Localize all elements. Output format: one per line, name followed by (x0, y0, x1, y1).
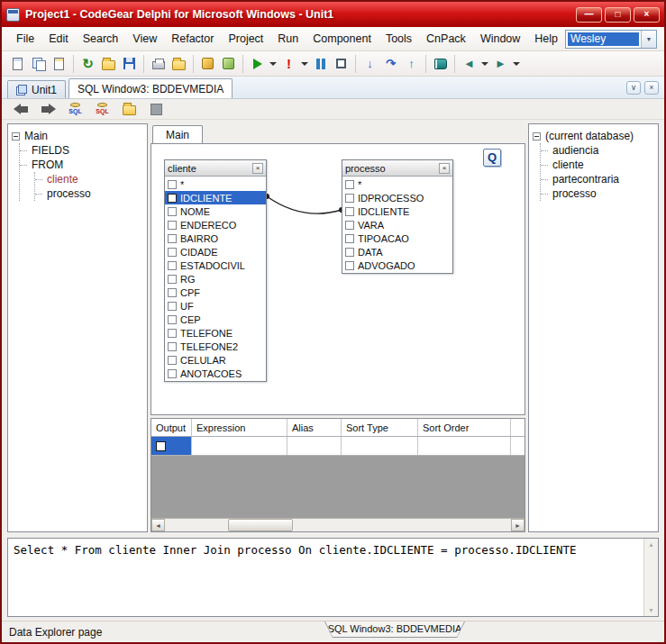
field-checkbox[interactable] (345, 248, 354, 257)
collapse-icon[interactable] (12, 132, 20, 141)
folder-open-button[interactable] (169, 54, 189, 74)
tree-node-cliente[interactable]: cliente (541, 158, 654, 172)
table-close-icon[interactable]: × (439, 163, 450, 174)
menu-refactor[interactable]: Refactor (164, 30, 221, 48)
field-row-telefone2[interactable]: TELEFONE2 (165, 340, 266, 353)
field-checkbox[interactable] (168, 221, 177, 230)
tree-node-processo[interactable]: processo (35, 186, 143, 201)
build-button[interactable] (197, 54, 218, 74)
maximize-icon[interactable]: □ (605, 7, 631, 23)
scrollbar-track[interactable] (165, 519, 511, 531)
table-close-icon[interactable]: × (252, 163, 263, 174)
field-checkbox[interactable] (345, 234, 354, 243)
field-row-bairro[interactable]: BAIRRO (165, 231, 266, 245)
tree-node-current-database[interactable]: (current database) (533, 129, 654, 143)
dock-tab-sql-window[interactable]: SQL Window3: BDDEVMEDIA (324, 621, 465, 638)
menu-edit[interactable]: Edit (41, 30, 76, 48)
tab-unit1[interactable]: Unit1 (7, 80, 66, 98)
tree-node-main[interactable]: Main (12, 129, 143, 143)
refresh-button[interactable]: ↻ (78, 54, 98, 74)
field-checkbox[interactable] (168, 207, 177, 216)
field-row-rg[interactable]: RG (165, 272, 266, 286)
grid-output-cell[interactable] (151, 437, 192, 455)
table-cliente[interactable]: cliente × * IDCLIENTE NOME ENDERECO BAIR… (164, 159, 267, 382)
field-row-cidade[interactable]: CIDADE (165, 245, 266, 259)
designer-canvas[interactable]: cliente × * IDCLIENTE NOME ENDERECO BAIR… (151, 143, 525, 415)
field-row-estadocivil[interactable]: ESTADOCIVIL (165, 259, 266, 272)
tree-node-fields[interactable]: FIELDS (20, 143, 143, 158)
browse-forward-dropdown[interactable] (511, 54, 522, 74)
sql-add-window-button[interactable]: SQL (65, 99, 86, 119)
field-checkbox[interactable] (168, 315, 177, 324)
scroll-down-icon[interactable]: ▼ (648, 607, 654, 613)
menu-component[interactable]: Component (306, 30, 379, 48)
field-row-idcliente[interactable]: IDCLIENTE (165, 191, 266, 204)
pause-button[interactable] (310, 54, 331, 74)
save-button[interactable] (119, 54, 140, 74)
trace-into-button[interactable]: ↓ (360, 54, 380, 74)
field-checkbox[interactable] (168, 288, 177, 297)
sql-vertical-scrollbar[interactable]: ▲ ▼ (643, 539, 658, 616)
output-checkbox[interactable] (156, 441, 166, 451)
menu-tools[interactable]: Tools (379, 30, 419, 48)
field-checkbox[interactable] (168, 342, 177, 351)
scroll-right-icon[interactable]: ► (511, 519, 525, 531)
scroll-up-icon[interactable]: ▲ (648, 541, 654, 548)
browse-forward-button[interactable]: ► (490, 54, 511, 74)
menu-view[interactable]: View (125, 30, 164, 48)
menu-cnpack[interactable]: CnPack (419, 30, 473, 48)
field-row-star[interactable]: * (342, 177, 452, 191)
sql-remove-window-button[interactable]: SQL (92, 99, 113, 119)
field-row-uf[interactable]: UF (165, 299, 266, 313)
title-bar[interactable]: Project1 - CodeGear Delphi for Microsoft… (2, 2, 664, 27)
grid-expression-cell[interactable] (192, 437, 287, 455)
field-checkbox[interactable] (345, 180, 354, 189)
field-checkbox[interactable] (168, 369, 177, 378)
grid-sort-order-cell[interactable] (418, 437, 511, 455)
tab-close-icon[interactable]: × (644, 81, 659, 95)
grid-horizontal-scrollbar[interactable]: ◄ ► (151, 518, 525, 531)
desktop-combo-value[interactable]: Wesley (568, 32, 639, 46)
field-checkbox[interactable] (168, 180, 177, 189)
browse-back-button[interactable]: ◄ (459, 54, 479, 74)
grid-sort-type-cell[interactable] (342, 437, 418, 455)
field-row-celular[interactable]: CELULAR (165, 353, 266, 367)
sql-editor[interactable]: Select * From cliente Inner Join process… (7, 538, 659, 617)
menu-search[interactable]: Search (76, 30, 126, 48)
field-checkbox[interactable] (168, 356, 177, 365)
run-until-return-button[interactable]: ↑ (401, 54, 422, 74)
dock-tab-label[interactable]: SQL Window3: BDDEVMEDIA (325, 621, 464, 637)
new-items-button[interactable] (7, 54, 28, 74)
browse-back-dropdown[interactable] (479, 54, 490, 74)
tree-node-processo[interactable]: processo (541, 186, 654, 201)
sql-forward-button[interactable] (38, 99, 59, 119)
field-row-cpf[interactable]: CPF (165, 286, 266, 299)
help-button[interactable] (430, 54, 451, 74)
scroll-left-icon[interactable]: ◄ (151, 519, 165, 531)
field-row-endereco[interactable]: ENDERECO (165, 218, 266, 231)
field-checkbox[interactable] (168, 329, 177, 338)
field-row-tipoacao[interactable]: TIPOACAO (342, 231, 452, 245)
new-form-button[interactable] (49, 54, 69, 74)
field-row-advogado[interactable]: ADVOGADO (342, 259, 452, 272)
app-icon[interactable] (6, 8, 20, 22)
grid-alias-cell[interactable] (287, 437, 342, 455)
sql-stop-button[interactable] (146, 99, 167, 119)
table-cliente-header[interactable]: cliente × (165, 160, 266, 177)
field-checkbox[interactable] (345, 194, 354, 203)
tree-node-from[interactable]: FROM (20, 158, 143, 172)
tree-node-audiencia[interactable]: audiencia (541, 143, 654, 158)
field-row-idcliente[interactable]: IDCLIENTE (342, 204, 452, 218)
minimize-icon[interactable]: — (576, 7, 602, 23)
scrollbar-thumb[interactable] (228, 519, 293, 531)
menu-help[interactable]: Help (527, 30, 565, 48)
sql-back-button[interactable] (11, 99, 32, 119)
field-row-nome[interactable]: NOME (165, 204, 266, 218)
field-checkbox[interactable] (168, 275, 177, 284)
field-row-telefone[interactable]: TELEFONE (165, 326, 266, 340)
field-checkbox[interactable] (345, 221, 354, 230)
field-row-data[interactable]: DATA (342, 245, 452, 259)
desktop-layout-combo[interactable]: Wesley ▼ (565, 30, 657, 49)
field-row-anotacoes[interactable]: ANOTACOES (165, 367, 266, 380)
table-processo-header[interactable]: processo × (342, 160, 452, 177)
